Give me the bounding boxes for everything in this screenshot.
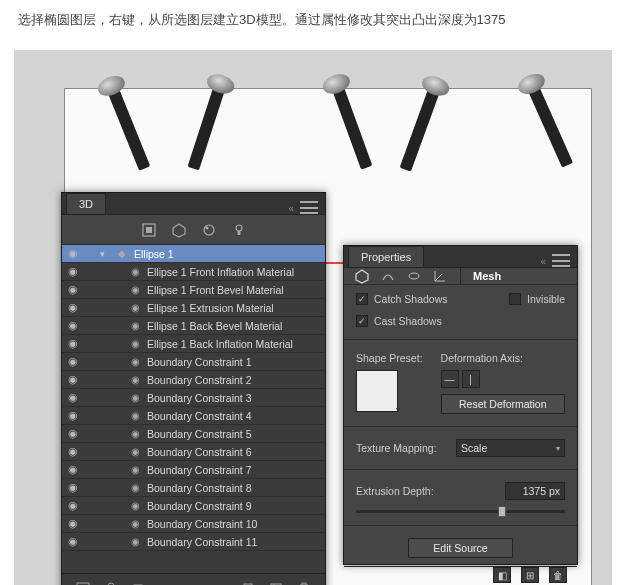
shape-preset-label: Shape Preset:	[356, 352, 423, 364]
layer-label: Ellipse 1	[134, 248, 174, 260]
3d-panel-tab[interactable]: 3D	[66, 193, 106, 214]
catch-shadows-checkbox[interactable]	[356, 293, 368, 305]
svg-point-5	[236, 225, 242, 231]
filter-scene-icon[interactable]	[141, 222, 157, 238]
texture-mapping-select[interactable]: Scale ▾	[456, 439, 565, 457]
axis-y-button[interactable]: |	[462, 370, 480, 388]
3d-layer-row[interactable]: ◉◉Boundary Constraint 10	[62, 515, 325, 533]
svg-marker-15	[356, 270, 368, 283]
trash-icon[interactable]: 🗑	[549, 567, 567, 583]
3d-panel-tabbar: 3D «	[62, 193, 325, 215]
cylinder-shape	[187, 81, 226, 170]
3d-layer-row[interactable]: ◉◉Boundary Constraint 9	[62, 497, 325, 515]
3d-layer-row[interactable]: ◉◉Boundary Constraint 6	[62, 443, 325, 461]
3d-layer-row[interactable]: ◉◉Ellipse 1 Back Bevel Material	[62, 317, 325, 335]
3d-layer-row[interactable]: ◉◉Boundary Constraint 11	[62, 533, 325, 551]
invisible-checkbox[interactable]	[509, 293, 521, 305]
3d-layer-row[interactable]: ◉◉Ellipse 1 Front Inflation Material	[62, 263, 325, 281]
visibility-eye-icon[interactable]: ◉	[66, 463, 80, 476]
3d-layer-list[interactable]: ◉▾◆Ellipse 1◉◉Ellipse 1 Front Inflation …	[62, 245, 325, 573]
visibility-eye-icon[interactable]: ◉	[66, 535, 80, 548]
layer-label: Ellipse 1 Extrusion Material	[147, 302, 274, 314]
disclosure-arrow-icon[interactable]: ▾	[100, 249, 110, 259]
edit-source-button[interactable]: Edit Source	[408, 538, 512, 558]
visibility-eye-icon[interactable]: ◉	[66, 517, 80, 530]
visibility-eye-icon[interactable]: ◉	[66, 373, 80, 386]
filter-meshes-icon[interactable]	[171, 222, 187, 238]
3d-layer-row[interactable]: ◉◉Boundary Constraint 4	[62, 407, 325, 425]
panel-menu-icon[interactable]	[552, 254, 570, 267]
3d-layer-row[interactable]: ◉◉Boundary Constraint 5	[62, 425, 325, 443]
3d-layer-row[interactable]: ◉◉Ellipse 1 Extrusion Material	[62, 299, 325, 317]
material-icon: ◉	[128, 518, 142, 529]
svg-point-16	[409, 273, 419, 279]
3d-layer-row[interactable]: ◉◉Ellipse 1 Front Bevel Material	[62, 281, 325, 299]
visibility-eye-icon[interactable]: ◉	[66, 247, 80, 260]
reset-deformation-button[interactable]: Reset Deformation	[441, 394, 565, 414]
visibility-eye-icon[interactable]: ◉	[66, 319, 80, 332]
3d-layer-row[interactable]: ◉◉Boundary Constraint 3	[62, 389, 325, 407]
trash-icon[interactable]	[297, 581, 311, 586]
panel-collapse-icon[interactable]: «	[288, 203, 294, 214]
visibility-eye-icon[interactable]: ◉	[66, 355, 80, 368]
material-icon: ◉	[128, 302, 142, 313]
3d-layer-row[interactable]: ◉◉Boundary Constraint 1	[62, 353, 325, 371]
material-icon: ◉	[128, 338, 142, 349]
deform-mode-icon[interactable]	[380, 268, 396, 284]
visibility-eye-icon[interactable]: ◉	[66, 301, 80, 314]
render-settings-icon[interactable]: ◧	[493, 567, 511, 583]
visibility-eye-icon[interactable]: ◉	[66, 499, 80, 512]
render-icon[interactable]	[76, 581, 90, 586]
extrusion-depth-slider[interactable]	[356, 510, 565, 513]
texture-mapping-label: Texture Mapping:	[356, 442, 448, 454]
mesh-mode-icon[interactable]	[354, 268, 370, 284]
panel-menu-icon[interactable]	[300, 201, 318, 214]
properties-panel: Properties « Mesh Catch Shadows Invisibl…	[343, 245, 578, 565]
3d-layer-row[interactable]: ◉◉Boundary Constraint 2	[62, 371, 325, 389]
shape-preset-picker[interactable]: ▾	[356, 370, 398, 412]
visibility-eye-icon[interactable]: ◉	[66, 337, 80, 350]
new-light-icon[interactable]	[104, 581, 118, 586]
axis-widget-icon[interactable]: ⊞	[521, 567, 539, 583]
extrusion-depth-input[interactable]: 1375 px	[505, 482, 565, 500]
visibility-eye-icon[interactable]: ◉	[66, 445, 80, 458]
visibility-eye-icon[interactable]: ◉	[66, 427, 80, 440]
properties-mode-bar: Mesh	[344, 268, 577, 285]
layer-label: Boundary Constraint 5	[147, 428, 251, 440]
3d-layer-row[interactable]: ◉◉Boundary Constraint 8	[62, 479, 325, 497]
filter-lights-icon[interactable]	[231, 222, 247, 238]
cap-mode-icon[interactable]	[406, 268, 422, 284]
new-camera-icon[interactable]	[132, 581, 146, 586]
3d-layer-row[interactable]: ◉◉Boundary Constraint 7	[62, 461, 325, 479]
material-icon: ◉	[128, 356, 142, 367]
cast-shadows-checkbox[interactable]	[356, 315, 368, 327]
visibility-eye-icon[interactable]: ◉	[66, 391, 80, 404]
new-object-icon[interactable]	[269, 581, 283, 586]
axis-x-button[interactable]: —	[441, 370, 459, 388]
add-icon[interactable]	[241, 581, 255, 586]
visibility-eye-icon[interactable]: ◉	[66, 481, 80, 494]
invisible-label: Invisible	[527, 293, 565, 305]
3d-layer-row[interactable]: ◉▾◆Ellipse 1	[62, 245, 325, 263]
canvas: 3D « ◉▾◆Ellipse 1◉◉Ellipse 1 Front Infla…	[14, 50, 612, 585]
svg-point-3	[204, 225, 214, 235]
deformation-axis-label: Deformation Axis:	[441, 352, 565, 364]
cylinder-shape	[526, 81, 574, 168]
instruction-text: 选择椭圆图层，右键，从所选图层建立3D模型。通过属性修改其突出凸出深度为1375	[0, 0, 626, 30]
visibility-eye-icon[interactable]: ◉	[66, 409, 80, 422]
catch-shadows-label: Catch Shadows	[374, 293, 448, 305]
filter-materials-icon[interactable]	[201, 222, 217, 238]
svg-rect-1	[146, 227, 152, 233]
material-icon: ◉	[128, 446, 142, 457]
layer-label: Ellipse 1 Front Inflation Material	[147, 266, 294, 278]
properties-mode-label: Mesh	[473, 270, 501, 282]
visibility-eye-icon[interactable]: ◉	[66, 283, 80, 296]
visibility-eye-icon[interactable]: ◉	[66, 265, 80, 278]
3d-panel-footer	[62, 573, 325, 585]
3d-layer-row[interactable]: ◉◉Ellipse 1 Back Inflation Material	[62, 335, 325, 353]
panel-collapse-icon[interactable]: «	[540, 256, 546, 267]
layer-label: Boundary Constraint 11	[147, 536, 257, 548]
coords-mode-icon[interactable]	[432, 268, 448, 284]
properties-tab[interactable]: Properties	[348, 246, 424, 267]
material-icon: ◉	[128, 266, 142, 277]
